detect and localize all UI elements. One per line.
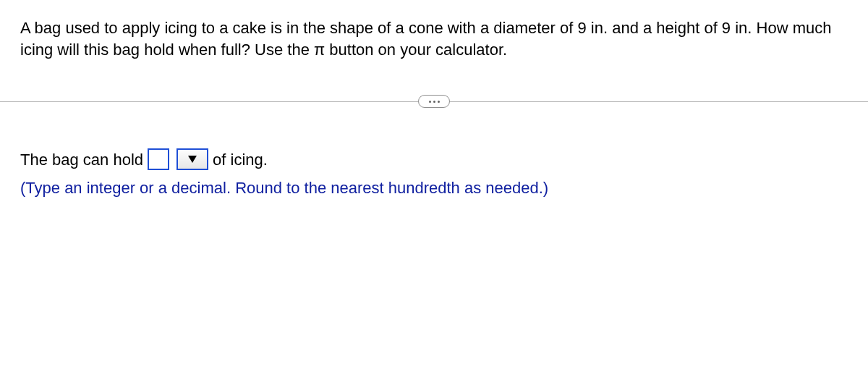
answer-sentence: The bag can hold of icing.	[20, 148, 848, 170]
answer-prefix: The bag can hold	[20, 149, 143, 171]
divider-expand-button[interactable]	[418, 95, 450, 108]
pi-symbol: π	[314, 41, 325, 59]
unit-dropdown[interactable]	[176, 148, 208, 170]
section-divider	[0, 95, 868, 108]
question-text: A bag used to apply icing to a cake is i…	[20, 17, 848, 60]
svg-marker-0	[188, 156, 197, 163]
ellipsis-icon	[438, 101, 440, 103]
question-part-2: button on your calculator.	[325, 41, 507, 59]
ellipsis-icon	[433, 101, 435, 103]
answer-hint: (Type an integer or a decimal. Round to …	[20, 177, 848, 199]
chevron-down-icon	[187, 155, 197, 164]
answer-input[interactable]	[148, 148, 169, 170]
ellipsis-icon	[429, 101, 431, 103]
answer-suffix: of icing.	[213, 149, 268, 171]
